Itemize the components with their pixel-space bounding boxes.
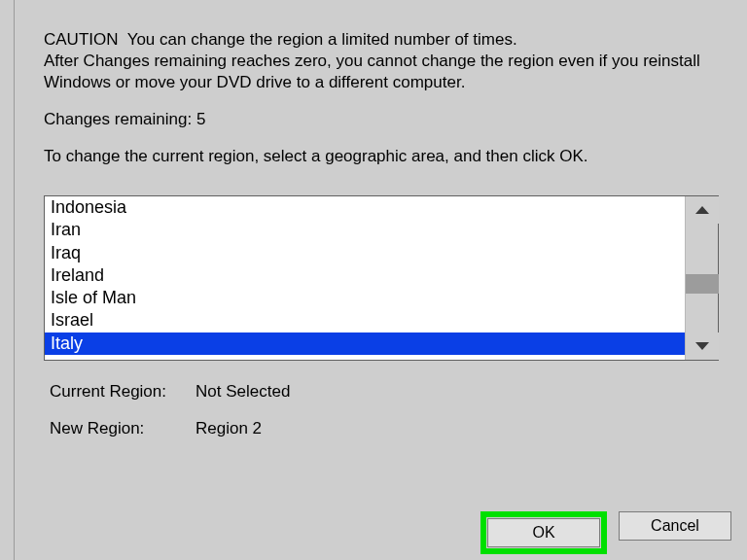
current-region-row: Current Region: Not Selected xyxy=(50,382,718,402)
region-info: Current Region: Not Selected New Region:… xyxy=(50,382,718,438)
list-item[interactable]: Iraq xyxy=(45,242,687,264)
list-item[interactable]: Israel xyxy=(45,309,687,332)
button-bar: OK Cancel xyxy=(480,511,731,554)
list-item[interactable]: Italy xyxy=(45,332,687,355)
changes-remaining-value: 5 xyxy=(196,110,205,128)
new-region-value: Region 2 xyxy=(196,419,262,438)
scroll-down-button[interactable] xyxy=(686,332,719,360)
list-item[interactable]: Iran xyxy=(45,219,687,241)
list-item[interactable]: Indonesia xyxy=(45,196,687,219)
ok-button[interactable]: OK xyxy=(487,518,600,547)
new-region-row: New Region: Region 2 xyxy=(50,419,718,438)
scrollbar[interactable] xyxy=(685,196,718,360)
new-region-label: New Region: xyxy=(50,419,196,438)
caution-body: You can change the region a limited numb… xyxy=(44,30,700,91)
scroll-up-button[interactable] xyxy=(686,196,719,224)
current-region-value: Not Selected xyxy=(196,382,290,402)
region-listbox[interactable]: IndonesiaIranIraqIrelandIsle of ManIsrae… xyxy=(44,195,719,361)
changes-remaining: Changes remaining: 5 xyxy=(44,110,718,129)
scroll-track[interactable] xyxy=(686,224,719,332)
current-region-label: Current Region: xyxy=(50,382,196,402)
region-list-items: IndonesiaIranIraqIrelandIsle of ManIsrae… xyxy=(45,196,687,360)
list-item[interactable]: Ireland xyxy=(45,264,687,287)
chevron-down-icon xyxy=(695,342,709,350)
list-item[interactable]: Isle of Man xyxy=(45,287,687,309)
changes-remaining-label: Changes remaining: xyxy=(44,110,192,128)
instruction-text: To change the current region, select a g… xyxy=(44,147,718,166)
caution-text: CAUTION You can change the region a limi… xyxy=(44,29,718,92)
ok-highlight-box: OK xyxy=(480,511,607,554)
dvd-region-dialog: CAUTION You can change the region a limi… xyxy=(14,0,747,560)
cancel-button[interactable]: Cancel xyxy=(619,511,731,541)
chevron-up-icon xyxy=(695,206,709,214)
caution-label: CAUTION xyxy=(44,30,119,49)
scroll-thumb[interactable] xyxy=(686,274,719,294)
